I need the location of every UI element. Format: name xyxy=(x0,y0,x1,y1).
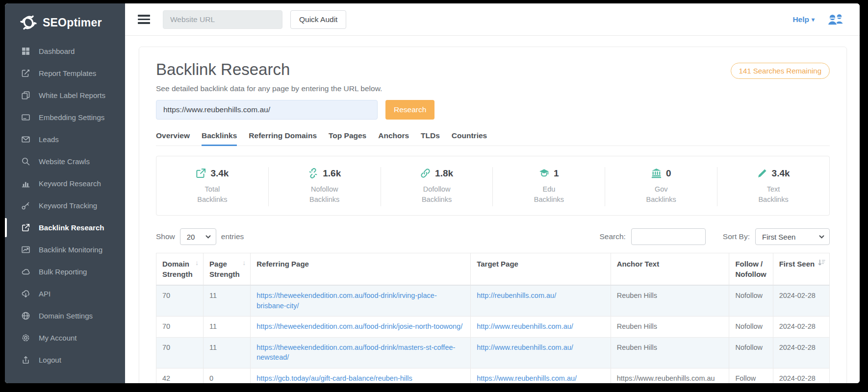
referring-page-link[interactable]: https://gcb.today/au/gift-card-balance/r… xyxy=(256,374,412,382)
envelope-icon xyxy=(21,135,30,144)
main-area: Quick Audit Help ▾ xyxy=(125,3,860,383)
column-header-first-seen[interactable]: First Seen xyxy=(773,253,829,286)
search-label: Search: xyxy=(599,232,625,241)
cell-first-seen: 2024-02-28 xyxy=(773,337,829,368)
page-size-select[interactable]: 20 xyxy=(180,228,216,245)
searches-remaining-badge: 141 Searches Remaining xyxy=(731,63,830,79)
users-icon[interactable] xyxy=(826,13,845,26)
column-header-referring-page[interactable]: Referring Page xyxy=(251,253,471,286)
column-header-page-strength[interactable]: Page Strength↓ xyxy=(204,253,251,286)
entries-label: entries xyxy=(221,232,244,241)
external-link-icon xyxy=(21,223,30,232)
table-search-input[interactable] xyxy=(631,228,706,245)
tabs-bar: OverviewBacklinksReferring DomainsTop Pa… xyxy=(156,131,830,146)
sidebar-item-backlink-monitoring[interactable]: Backlink Monitoring xyxy=(5,239,125,261)
sidebar-item-website-crawls[interactable]: Website Crawls xyxy=(5,150,125,172)
stat-label: TotalBacklinks xyxy=(156,184,268,206)
stat-item: 1.6k NofollowBacklinks xyxy=(269,167,381,207)
stat-label: DofollowBacklinks xyxy=(381,184,493,206)
cell-domain-strength: 70 xyxy=(156,337,204,368)
backlinks-table: Domain Strength↓Page Strength↓Referring … xyxy=(156,253,830,383)
stats-panel: 3.4k TotalBacklinks 1.6k NofollowBacklin… xyxy=(156,156,830,216)
column-header-target-page[interactable]: Target Page xyxy=(471,253,611,286)
tab-anchors[interactable]: Anchors xyxy=(378,131,409,146)
referring-page-link[interactable]: https://theweekendedition.com.au/food-dr… xyxy=(256,292,437,310)
table-header-row: Domain Strength↓Page Strength↓Referring … xyxy=(156,253,830,286)
sidebar-item-leads[interactable]: Leads xyxy=(5,128,125,150)
cloud-download-icon xyxy=(21,290,30,298)
stat-label: TextBacklinks xyxy=(717,184,829,206)
cell-page-strength: 11 xyxy=(204,337,251,368)
column-header-follow-nofollow[interactable]: Follow / Nofollow xyxy=(729,253,773,286)
tab-overview[interactable]: Overview xyxy=(156,131,190,146)
stat-label: GovBacklinks xyxy=(605,184,717,206)
cell-domain-strength: 42 xyxy=(156,368,204,383)
sidebar-item-keyword-research[interactable]: Keyword Research xyxy=(5,172,125,195)
globe-icon xyxy=(21,312,30,320)
target-page-link[interactable]: http://www.reubenhills.com.au/ xyxy=(477,322,573,330)
sidebar-item-keyword-tracking[interactable]: Keyword Tracking xyxy=(5,195,125,217)
tab-top-pages[interactable]: Top Pages xyxy=(329,131,366,146)
tab-tlds[interactable]: TLDs xyxy=(421,131,440,146)
sidebar-item-domain-settings[interactable]: Domain Settings xyxy=(5,305,125,327)
tab-referring-domains[interactable]: Referring Domains xyxy=(249,131,317,146)
stat-value: 0 xyxy=(666,168,671,179)
report-templates-icon xyxy=(21,69,30,78)
sidebar-item-bulk-reporting[interactable]: Bulk Reporting xyxy=(5,261,125,283)
sidebar-item-backlink-research[interactable]: Backlink Research xyxy=(5,217,125,239)
cell-follow: Nofollow xyxy=(729,337,773,368)
sidebar-item-white-label-reports[interactable]: White Label Reports xyxy=(5,84,125,106)
sidebar: SEOptimer Dashboard Report Templates Whi… xyxy=(5,3,125,383)
cell-anchor-text: Reuben Hills xyxy=(611,317,729,338)
stat-item: 1.8k DofollowBacklinks xyxy=(381,167,493,207)
stat-value: 3.4k xyxy=(772,168,790,179)
chevron-down-icon xyxy=(205,235,211,239)
stat-item: 3.4k TotalBacklinks xyxy=(156,167,269,207)
sort-arrow-icon: ↓ xyxy=(242,258,246,268)
cell-target-page: http://reubenhills.com.au/ xyxy=(471,285,611,317)
hamburger-menu-icon[interactable] xyxy=(138,15,150,24)
sidebar-item-api[interactable]: API xyxy=(5,283,125,305)
referring-page-link[interactable]: https://theweekendedition.com.au/food-dr… xyxy=(256,322,462,330)
sidebar-item-dashboard[interactable]: Dashboard xyxy=(5,40,125,62)
table-controls: Show 20 entries Search: Sort By: xyxy=(156,228,830,245)
sidebar-item-my-account[interactable]: My Account xyxy=(5,327,125,349)
sidebar-item-embedding-settings[interactable]: Embedding Settings xyxy=(5,106,125,128)
research-button[interactable]: Research xyxy=(385,100,434,120)
target-page-link[interactable]: http://www.reubenhills.com.au/ xyxy=(477,343,573,351)
backlink-url-input[interactable] xyxy=(156,100,378,120)
help-label: Help xyxy=(792,15,809,24)
brand-name: SEOptimer xyxy=(43,16,102,29)
tab-backlinks[interactable]: Backlinks xyxy=(202,131,237,146)
chevron-down-icon: ▾ xyxy=(812,16,815,23)
seoptimer-logo-icon xyxy=(20,14,37,31)
quick-audit-button[interactable]: Quick Audit xyxy=(290,10,346,29)
column-header-domain-strength[interactable]: Domain Strength↓ xyxy=(156,253,204,286)
stat-value: 1 xyxy=(554,168,559,179)
column-header-anchor-text[interactable]: Anchor Text xyxy=(611,253,729,286)
target-page-link[interactable]: https://www.reubenhills.com.au/ xyxy=(477,374,577,382)
logout-icon xyxy=(21,356,30,365)
sort-by-select[interactable]: First Seen xyxy=(755,228,830,245)
cloud-icon xyxy=(21,268,30,276)
table-row: 7011https://theweekendedition.com.au/foo… xyxy=(156,285,830,317)
sidebar-item-logout[interactable]: Logout xyxy=(5,349,125,371)
help-menu[interactable]: Help ▾ xyxy=(792,15,815,24)
app-window: SEOptimer Dashboard Report Templates Whi… xyxy=(5,3,860,383)
stat-item: 1 EduBacklinks xyxy=(493,167,605,207)
sidebar-nav: Dashboard Report Templates White Label R… xyxy=(5,40,125,371)
referring-page-link[interactable]: https://theweekendedition.com.au/food-dr… xyxy=(256,343,455,362)
cell-referring-page: https://theweekendedition.com.au/food-dr… xyxy=(251,337,471,368)
tab-countries[interactable]: Countries xyxy=(452,131,487,146)
page-content: Backlink Research 141 Searches Remaining… xyxy=(125,36,860,383)
bar-chart-icon xyxy=(21,179,30,188)
cell-page-strength: 11 xyxy=(204,285,251,317)
website-url-input[interactable] xyxy=(163,10,282,29)
cell-referring-page: https://gcb.today/au/gift-card-balance/r… xyxy=(251,368,471,383)
target-page-link[interactable]: http://reubenhills.com.au/ xyxy=(477,292,556,299)
sidebar-item-report-templates[interactable]: Report Templates xyxy=(5,62,125,84)
sort-by-label: Sort By: xyxy=(723,232,750,241)
brand-logo[interactable]: SEOptimer xyxy=(5,3,125,40)
table-row: 7011https://theweekendedition.com.au/foo… xyxy=(156,317,830,338)
cell-first-seen: 2024-02-28 xyxy=(773,368,829,383)
